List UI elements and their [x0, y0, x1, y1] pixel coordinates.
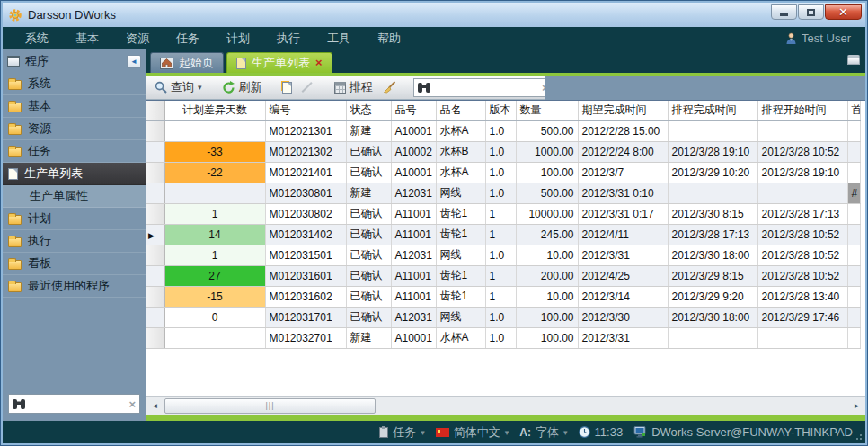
menu-item-7[interactable]: 帮助 — [364, 29, 414, 48]
table-row[interactable]: 1M012031501已确认A12031网线1.010.002012/3/312… — [146, 245, 860, 265]
cell-diff: -15 — [164, 286, 265, 307]
column-header-3[interactable]: 品号 — [391, 101, 436, 120]
refresh-button[interactable]: 刷新 — [219, 77, 265, 97]
cell-extra — [847, 224, 860, 245]
cell-extra — [847, 307, 860, 327]
column-header-9[interactable]: 排程开始时间 — [757, 101, 847, 120]
query-button[interactable]: 查询 ▾ — [152, 77, 205, 97]
sidebar-item-6[interactable]: 计划 — [3, 208, 146, 230]
clean-button[interactable] — [380, 79, 399, 95]
schedule-button[interactable]: 排程 — [332, 77, 376, 97]
table-row[interactable]: 27M012031601已确认A11001齿轮11200.002012/4/25… — [146, 265, 860, 286]
row-indicator — [146, 286, 164, 307]
cell-sched_end: 2012/3/30 8:15 — [668, 203, 757, 224]
row-indicator — [146, 307, 164, 327]
toolbar-search-input[interactable] — [434, 81, 538, 94]
scroll-right-icon[interactable]: ► — [850, 399, 864, 413]
scrollbar-track[interactable]: ||| — [162, 398, 850, 414]
cell-code: M012031602 — [265, 286, 346, 307]
sidebar-search-input[interactable] — [29, 397, 125, 410]
cell-sched_start: 2012/3/28 10:52 — [757, 224, 847, 245]
tasks-menu[interactable]: 任务 ▾ — [379, 424, 425, 441]
minimize-button[interactable] — [771, 4, 797, 20]
row-indicator — [146, 245, 164, 265]
cell-code: M012031501 — [265, 245, 346, 265]
table-row[interactable]: ▶14M012031402已确认A11001齿轮11245.002012/4/1… — [146, 224, 860, 245]
tasks-label: 任务 — [393, 424, 416, 441]
home-icon — [160, 58, 173, 69]
edit-button — [299, 79, 317, 95]
column-header-0[interactable]: 计划差异天数 — [164, 101, 265, 120]
status-time: 11:33 — [595, 425, 624, 439]
cell-qty: 500.00 — [516, 120, 578, 141]
sidebar-item-0[interactable]: 系统 — [3, 73, 146, 95]
tab-production-order-list-label: 生产单列表 — [252, 55, 310, 71]
row-indicator — [146, 183, 164, 203]
table-row[interactable]: -33M012021302已确认A10002水杯B1.01000.002012/… — [146, 141, 860, 162]
column-header-5[interactable]: 版本 — [485, 101, 516, 120]
cell-extra — [847, 120, 860, 141]
cell-diff — [164, 120, 265, 141]
cell-item: A10001 — [391, 162, 436, 183]
menu-item-4[interactable]: 计划 — [213, 29, 263, 48]
clock-status: 11:33 — [579, 425, 624, 439]
scrollbar-thumb[interactable]: ||| — [164, 398, 376, 414]
sidebar-item-2[interactable]: 资源 — [3, 118, 146, 140]
table-row[interactable]: M012032701新建A10001水杯A1.0100.002012/3/31 — [146, 327, 860, 348]
language-menu[interactable]: 简体中文 ▾ — [436, 424, 509, 441]
maximize-button[interactable] — [798, 4, 824, 20]
table-row[interactable]: -22M012021401已确认A10001水杯A1.0100.002012/3… — [146, 162, 860, 183]
column-header-7[interactable]: 期望完成时间 — [578, 101, 668, 120]
china-flag-icon — [436, 428, 449, 437]
sidebar-item-7[interactable]: 执行 — [3, 230, 146, 253]
sidebar-item-9[interactable]: 最近使用的程序 — [3, 275, 146, 298]
tab-close-icon[interactable]: × — [315, 58, 323, 68]
column-header-6[interactable]: 数量 — [516, 101, 578, 120]
cell-sched_start: 2012/3/29 17:46 — [757, 307, 847, 327]
column-header-10[interactable]: 首 — [847, 101, 860, 120]
new-button[interactable] — [279, 80, 295, 95]
sidebar-item-3[interactable]: 任务 — [3, 140, 146, 163]
calculator-icon — [334, 82, 346, 94]
horizontal-scrollbar[interactable]: ◄ ||| ► — [146, 396, 865, 415]
cell-extra — [847, 203, 860, 224]
close-button[interactable]: ✕ — [825, 4, 862, 20]
undock-icon[interactable] — [847, 55, 860, 65]
tab-start-page[interactable]: 起始页 — [150, 52, 224, 73]
sidebar-item-5[interactable]: 生产单属性 — [3, 185, 146, 208]
menu-item-2[interactable]: 资源 — [112, 29, 163, 48]
table-row[interactable]: M012021301新建A10001水杯A1.0500.002012/2/28 … — [146, 120, 860, 141]
sidebar-search-clear-icon[interactable]: × — [128, 398, 136, 410]
menu-item-5[interactable]: 执行 — [263, 29, 314, 48]
table-row[interactable]: -15M012031602已确认A11001齿轮1110.002012/3/14… — [146, 286, 860, 307]
cell-qty: 100.00 — [516, 327, 578, 348]
cell-item: A11001 — [391, 224, 436, 245]
cell-name: 网线 — [436, 183, 485, 203]
column-header-4[interactable]: 品名 — [436, 101, 485, 120]
sidebar-item-8[interactable]: 看板 — [3, 253, 146, 275]
cell-code: M012021401 — [265, 162, 346, 183]
user-indicator[interactable]: Test User — [785, 31, 856, 45]
resize-grip[interactable] — [854, 432, 863, 441]
cell-qty: 10.00 — [516, 286, 578, 307]
table-row[interactable]: M012030801新建A12031网线1.0500.002012/3/31 0… — [146, 183, 860, 203]
table-row[interactable]: 1M012030802已确认A11001齿轮1110000.002012/3/3… — [146, 203, 860, 224]
menu-item-6[interactable]: 工具 — [314, 29, 364, 48]
column-header-1[interactable]: 编号 — [265, 101, 346, 120]
column-header-2[interactable]: 状态 — [346, 101, 391, 120]
menu-item-0[interactable]: 系统 — [12, 29, 62, 48]
sidebar-collapse-button[interactable]: ◄ — [127, 55, 141, 68]
cell-extra — [847, 245, 860, 265]
font-menu[interactable]: A: 字体 ▾ — [519, 424, 567, 441]
scroll-left-icon[interactable]: ◄ — [148, 399, 162, 413]
cell-extra: # — [847, 183, 860, 203]
menu-item-3[interactable]: 任务 — [163, 29, 213, 48]
menu-item-1[interactable]: 基本 — [62, 29, 112, 48]
column-header-8[interactable]: 排程完成时间 — [668, 101, 757, 120]
sidebar-item-4[interactable]: 生产单列表 — [3, 163, 146, 185]
server-name: DWorks Server@FUNWAY-THINKPAD — [651, 425, 853, 439]
sidebar-header: 程序 ◄ — [3, 49, 146, 73]
table-row[interactable]: 0M012031701已确认A12031网线1.0100.002012/3/30… — [146, 307, 860, 327]
tab-production-order-list[interactable]: 生产单列表 × — [226, 52, 332, 73]
sidebar-item-1[interactable]: 基本 — [3, 95, 146, 118]
